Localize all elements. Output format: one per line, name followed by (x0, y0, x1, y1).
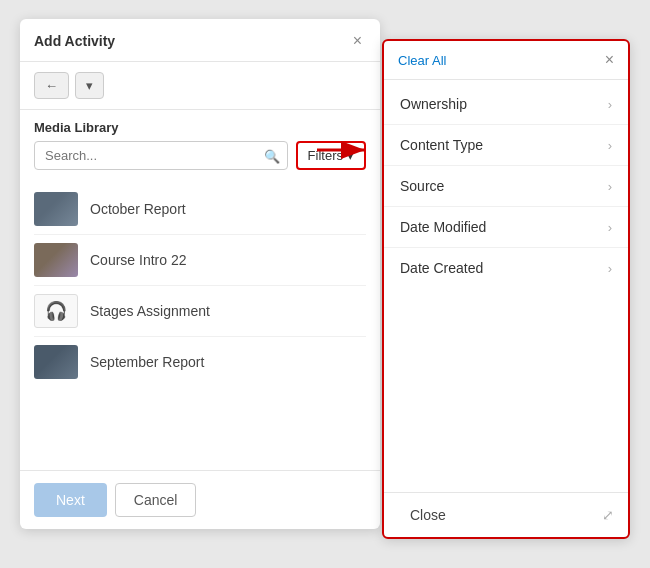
chevron-right-icon: › (608, 97, 612, 112)
media-list: October Report Course Intro 22 🎧 Stages … (20, 180, 380, 470)
filter-item-date-modified[interactable]: Date Modified › (384, 207, 628, 248)
filter-item-content-type[interactable]: Content Type › (384, 125, 628, 166)
media-thumb (34, 345, 78, 379)
thumb-image (34, 243, 78, 277)
headphones-icon: 🎧 (45, 300, 67, 322)
media-thumb (34, 243, 78, 277)
filter-close-button[interactable]: × (605, 51, 614, 69)
list-item[interactable]: Course Intro 22 (34, 235, 366, 286)
search-input-wrap: 🔍 (34, 141, 288, 170)
dialog-close-button[interactable]: × (349, 31, 366, 51)
filter-item-label: Content Type (400, 137, 483, 153)
filter-item-date-created[interactable]: Date Created › (384, 248, 628, 288)
chevron-right-icon: › (608, 220, 612, 235)
search-icon: 🔍 (264, 148, 280, 163)
list-item[interactable]: October Report (34, 184, 366, 235)
filter-item-label: Date Modified (400, 219, 486, 235)
dialog-footer: Next Cancel (20, 470, 380, 529)
nav-back-button[interactable]: ← (34, 72, 69, 99)
media-thumb: 🎧 (34, 294, 78, 328)
nav-row: ← ▾ (20, 62, 380, 110)
filter-item-label: Ownership (400, 96, 467, 112)
red-arrow-svg (315, 135, 375, 165)
cancel-button[interactable]: Cancel (115, 483, 197, 517)
filter-item-ownership[interactable]: Ownership › (384, 84, 628, 125)
media-item-name: Course Intro 22 (90, 252, 187, 268)
close-filter-button[interactable]: Close (398, 503, 458, 527)
search-input[interactable] (34, 141, 288, 170)
clear-all-link[interactable]: Clear All (398, 53, 446, 68)
thumb-image (34, 192, 78, 226)
back-icon: ← (45, 78, 58, 93)
resize-icon: ⤢ (602, 507, 614, 523)
list-item[interactable]: September Report (34, 337, 366, 387)
chevron-right-icon: › (608, 179, 612, 194)
chevron-right-icon: › (608, 261, 612, 276)
list-item[interactable]: 🎧 Stages Assignment (34, 286, 366, 337)
chevron-right-icon: › (608, 138, 612, 153)
next-button[interactable]: Next (34, 483, 107, 517)
arrow-indicator (315, 135, 375, 169)
filter-panel: Clear All × Ownership › Content Type › S… (382, 39, 630, 539)
dropdown-icon: ▾ (86, 78, 93, 93)
filter-footer: Close ⤢ (384, 492, 628, 537)
media-item-name: October Report (90, 201, 186, 217)
media-item-name: Stages Assignment (90, 303, 210, 319)
add-activity-dialog: Add Activity × ← ▾ Media Library 🔍 Filte… (20, 19, 380, 529)
nav-dropdown-button[interactable]: ▾ (75, 72, 104, 99)
filter-header: Clear All × (384, 41, 628, 80)
dialog-title: Add Activity (34, 33, 115, 49)
media-thumb (34, 192, 78, 226)
filter-item-source[interactable]: Source › (384, 166, 628, 207)
filter-item-label: Source (400, 178, 444, 194)
dialog-header: Add Activity × (20, 19, 380, 62)
media-item-name: September Report (90, 354, 204, 370)
filter-list: Ownership › Content Type › Source › Date… (384, 80, 628, 492)
filter-item-label: Date Created (400, 260, 483, 276)
thumb-image (34, 345, 78, 379)
